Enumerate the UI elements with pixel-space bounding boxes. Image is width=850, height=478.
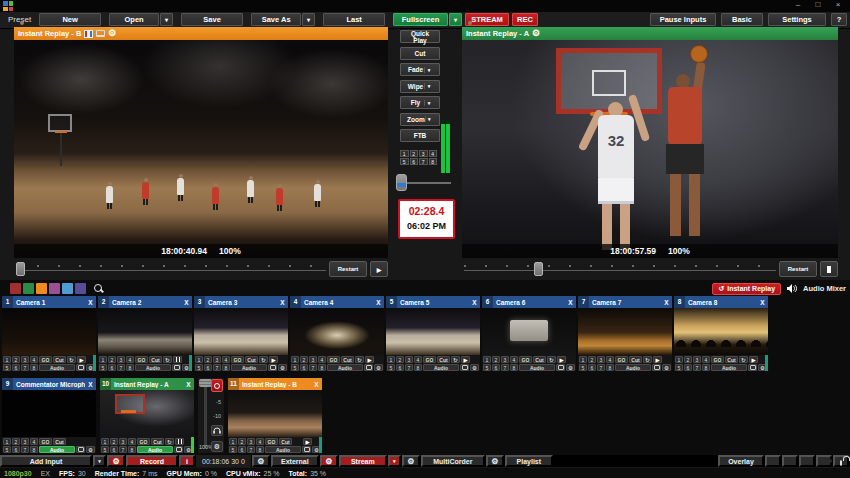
instant-replay-button[interactable]: ↺ Instant Replay bbox=[712, 283, 781, 295]
cut-button[interactable]: Cut bbox=[437, 356, 450, 363]
overlay-7-button[interactable]: 7 bbox=[21, 364, 29, 371]
gear-icon[interactable]: ⚙ bbox=[278, 364, 287, 371]
loop-icon[interactable]: ↻ bbox=[67, 356, 76, 363]
transport-button[interactable]: ▶ bbox=[303, 438, 312, 445]
audio-button[interactable]: Audio bbox=[519, 364, 555, 371]
input-video-thumbnail[interactable] bbox=[290, 308, 384, 355]
stream-button[interactable]: Stream bbox=[339, 455, 387, 467]
audio-button[interactable]: Audio bbox=[231, 364, 267, 371]
input-tile[interactable]: 3 Camera 3 X 1 2 3 4 GO Cut ↻ ▶ 5 6 7 8 bbox=[194, 296, 288, 371]
color-swatch[interactable] bbox=[75, 283, 86, 294]
close-icon[interactable]: X bbox=[757, 299, 768, 306]
input-video-thumbnail[interactable] bbox=[674, 308, 768, 355]
overlay-7-button[interactable]: 7 bbox=[693, 364, 701, 371]
input-title-bar[interactable]: 10 Instant Replay - A X bbox=[100, 378, 194, 390]
monitor-icon[interactable] bbox=[556, 364, 565, 371]
dropdown-icon[interactable]: ▾ bbox=[424, 83, 433, 89]
transport-button[interactable]: ▶ bbox=[269, 356, 278, 363]
go-button[interactable]: GO bbox=[39, 356, 52, 363]
overlay-3-button[interactable]: 3 bbox=[309, 356, 317, 363]
overlay-5-button[interactable]: 5 bbox=[101, 446, 109, 453]
overlay-8-button[interactable]: 8 bbox=[318, 364, 326, 371]
overlay-1-button[interactable]: 1 bbox=[579, 356, 587, 363]
close-icon[interactable]: X bbox=[183, 381, 194, 388]
input-tile[interactable]: 2 Camera 2 X 1 2 3 4 GO Cut ↻ 5 6 7 8 bbox=[98, 296, 192, 371]
overlay-6-button[interactable]: 6 bbox=[12, 364, 20, 371]
input-title-bar[interactable]: 6 Camera 6 X bbox=[482, 296, 576, 308]
overlay-8-button[interactable]: 8 bbox=[702, 364, 710, 371]
number-5-button[interactable]: 5 bbox=[400, 158, 409, 165]
overlay-1-button[interactable]: 1 bbox=[229, 438, 237, 445]
transport-button[interactable]: ▶ bbox=[365, 356, 374, 363]
quick-play-button[interactable]: Quick Play bbox=[400, 30, 440, 43]
input-video-thumbnail[interactable] bbox=[386, 308, 480, 355]
stream-status-badge[interactable]: STREAM bbox=[465, 13, 509, 26]
pause-inputs-button[interactable]: Pause Inputs bbox=[650, 13, 716, 26]
overlay-6-button[interactable]: 6 bbox=[204, 364, 212, 371]
close-icon[interactable]: X bbox=[373, 299, 384, 306]
overlay-4-button[interactable]: 4 bbox=[256, 438, 264, 445]
preview-title-bar[interactable]: Instant Replay - B ⚙ bbox=[14, 27, 388, 40]
new-button[interactable]: New bbox=[39, 13, 101, 26]
input-video-thumbnail[interactable] bbox=[98, 308, 192, 355]
monitor-icon[interactable] bbox=[652, 364, 661, 371]
gear-icon[interactable]: ⚙ bbox=[211, 441, 223, 452]
monitor-icon[interactable] bbox=[96, 30, 105, 37]
overlay-6-button[interactable]: 6 bbox=[588, 364, 596, 371]
monitor-icon[interactable] bbox=[268, 364, 277, 371]
overlay-4-button[interactable]: 4 bbox=[318, 356, 326, 363]
loop-icon[interactable]: ↻ bbox=[355, 356, 364, 363]
open-dropdown-icon[interactable]: ▾ bbox=[160, 13, 173, 26]
close-icon[interactable]: X bbox=[85, 299, 96, 306]
overlay-1-button[interactable]: 1 bbox=[675, 356, 683, 363]
input-title-bar[interactable]: 11 Instant Replay - B X bbox=[228, 378, 322, 390]
overlay-4-button[interactable]: 4 bbox=[30, 356, 38, 363]
number-7-button[interactable]: 7 bbox=[419, 158, 428, 165]
overlay-3-button[interactable]: 3 bbox=[597, 356, 605, 363]
close-icon[interactable]: X bbox=[181, 299, 192, 306]
loop-icon[interactable]: ↻ bbox=[739, 356, 748, 363]
overlay-2-button[interactable]: 2 bbox=[684, 356, 692, 363]
gear-icon[interactable]: ⚙ bbox=[662, 364, 671, 371]
gear-icon[interactable]: ⚙ bbox=[470, 364, 479, 371]
overlay-2-button[interactable]: 2 bbox=[12, 356, 20, 363]
record-button[interactable]: Record bbox=[126, 455, 178, 467]
input-tile[interactable]: 5 Camera 5 X 1 2 3 4 GO Cut ↻ ▶ 5 6 7 8 bbox=[386, 296, 480, 371]
cut-button[interactable]: Cut bbox=[279, 438, 292, 445]
overlay-2-button[interactable]: 2 bbox=[238, 438, 246, 445]
timeline-handle[interactable] bbox=[534, 262, 543, 276]
close-icon[interactable]: X bbox=[565, 299, 576, 306]
overlay-3-button[interactable]: 3 bbox=[501, 356, 509, 363]
overlay-7-button[interactable]: 7 bbox=[21, 446, 29, 453]
record-settings-gear-icon[interactable]: ⚙ bbox=[107, 455, 125, 467]
overlay-4-button[interactable]: 4 bbox=[222, 356, 230, 363]
timeline-slider[interactable] bbox=[16, 270, 326, 271]
overlay-7-button[interactable]: 7 bbox=[213, 364, 221, 371]
overlay-4-button[interactable]: 4 bbox=[510, 356, 518, 363]
overlay-1-button[interactable]: 1 bbox=[483, 356, 491, 363]
add-input-button[interactable]: Add Input bbox=[0, 455, 92, 467]
overlay-7-button[interactable]: 7 bbox=[247, 446, 255, 453]
layout-list-icon[interactable] bbox=[765, 455, 781, 467]
overlay-5-button[interactable]: 5 bbox=[195, 364, 203, 371]
number-8-button[interactable]: 8 bbox=[429, 158, 438, 165]
overlay-4-button[interactable]: 4 bbox=[30, 438, 38, 445]
fade-button[interactable]: Fade▾ bbox=[400, 63, 440, 76]
input-tile[interactable]: 8 Camera 8 X 1 2 3 4 GO Cut ↻ ▶ 5 6 7 8 bbox=[674, 296, 768, 371]
input-title-bar[interactable]: 3 Camera 3 X bbox=[194, 296, 288, 308]
overlay-2-button[interactable]: 2 bbox=[204, 356, 212, 363]
close-icon[interactable]: X bbox=[311, 381, 322, 388]
overlay-3-button[interactable]: 3 bbox=[119, 438, 127, 445]
snapshot-camera-icon[interactable] bbox=[816, 455, 832, 467]
loop-icon[interactable]: ↻ bbox=[165, 438, 174, 445]
input-tile[interactable]: 10 Instant Replay - A X 1 2 3 4 GO Cut ↻… bbox=[100, 378, 194, 453]
monitor-icon[interactable] bbox=[748, 364, 757, 371]
overlay-8-button[interactable]: 8 bbox=[510, 364, 518, 371]
overlay-4-button[interactable]: 4 bbox=[126, 356, 134, 363]
maximize-icon[interactable]: □ bbox=[808, 0, 828, 11]
dropdown-icon[interactable]: ▾ bbox=[424, 100, 433, 106]
go-button[interactable]: GO bbox=[231, 356, 244, 363]
input-title-bar[interactable]: 9 Commentator Microphone X bbox=[2, 378, 96, 390]
audio-button[interactable]: Audio bbox=[615, 364, 651, 371]
monitor-icon[interactable] bbox=[172, 364, 181, 371]
